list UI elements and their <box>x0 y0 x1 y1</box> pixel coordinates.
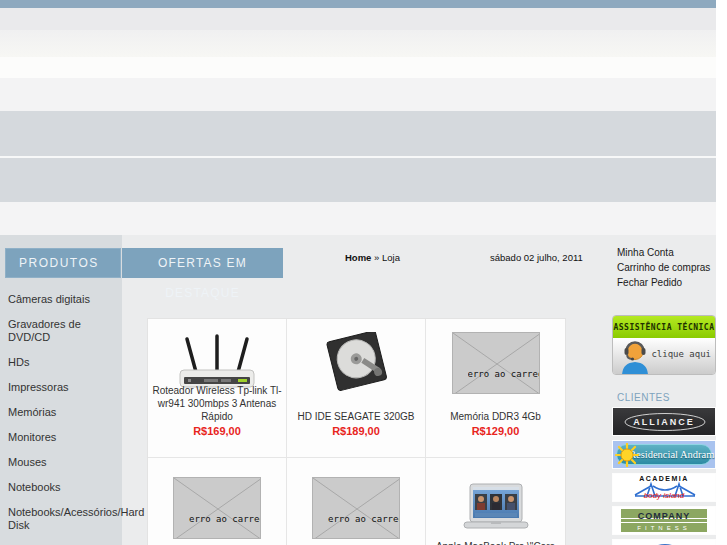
company-logo-text: COMPANY <box>613 511 715 521</box>
body-island-logo-text: body island <box>613 491 715 500</box>
banner-placeholder-top <box>0 111 716 156</box>
storefront-page: PRODUTOS Câmeras digitais Gravadores de … <box>0 0 727 545</box>
client-logo-academia-body-island[interactable]: ACADEMIA body island <box>612 473 716 502</box>
sidebar-item-memorias[interactable]: Memórias <box>0 400 122 425</box>
assistencia-tecnica-banner[interactable]: ASSISTÊNCIA TÉCNICA clique aqui <box>612 315 716 375</box>
client-logo-partial[interactable] <box>612 539 716 545</box>
sidebar-item-monitores[interactable]: Monitores <box>0 425 122 450</box>
content-area: PRODUTOS Câmeras digitais Gravadores de … <box>0 235 716 545</box>
product-card-memoria[interactable]: erro ao carregar Memória DDR3 4Gb R$129,… <box>426 319 565 458</box>
alliance-logo-text: ALLIANCE <box>613 417 715 427</box>
sidebar-item-cameras-digitais[interactable]: Câmeras digitais <box>0 287 122 312</box>
breadcrumb: Home » Loja <box>345 252 400 263</box>
product-card-roteador[interactable]: Roteador Wireless Tp-link Tl-wr941 300mb… <box>148 319 287 458</box>
category-list: Câmeras digitais Gravadores de DVD/CD HD… <box>0 287 122 545</box>
current-date: sábado 02 julho, 2011 <box>490 252 583 263</box>
products-sidebar: PRODUTOS Câmeras digitais Gravadores de … <box>0 235 122 545</box>
fechar-pedido-link[interactable]: Fechar Pedido <box>617 277 710 288</box>
sidebar-item-notebooks[interactable]: Notebooks <box>0 475 122 500</box>
client-logo-residencial-andramar[interactable]: Residencial Andramar <box>612 440 716 469</box>
sidebar-item-gravadores-dvd-cd[interactable]: Gravadores de DVD/CD <box>0 312 122 350</box>
headset-support-icon <box>621 338 649 375</box>
client-logo-alliance[interactable]: ALLIANCE <box>612 407 716 436</box>
broken-image-placeholder: erro ao carregar <box>173 477 261 539</box>
product-title[interactable]: Apple MacBook Pro \"Core Duo\" <box>431 540 561 545</box>
banner-placeholder-bottom <box>0 158 716 202</box>
client-logos: ALLIANCE Residencial Andramar ACADEMIA <box>612 407 716 545</box>
sidebar-item-mouses[interactable]: Mouses <box>0 450 122 475</box>
product-title[interactable]: Roteador Wireless Tp-link Tl-wr941 300mb… <box>152 395 282 423</box>
account-sidebar: Minha Conta Carrinho de compras Fechar P… <box>612 235 716 545</box>
account-links: Minha Conta Carrinho de compras Fechar P… <box>617 247 710 292</box>
broken-image-alt-text: erro ao carregar <box>468 369 539 379</box>
product-card-macbook[interactable]: Apple MacBook Pro \"Core Duo\" <box>426 458 565 545</box>
hard-drive-photo <box>316 331 396 395</box>
header-band <box>0 57 716 78</box>
assistencia-title: ASSISTÊNCIA TÉCNICA <box>613 323 714 332</box>
clique-aqui-label: clique aqui <box>651 349 711 359</box>
sidebar-item-placas-captura-tv[interactable]: Placas de Captura TV <box>0 538 122 545</box>
product-title[interactable]: HD IDE SEAGATE 320GB <box>291 395 421 423</box>
sidebar-item-notebooks-acessorios[interactable]: Notebooks/Acessórios/Hard Disk <box>0 500 122 538</box>
partial-logo-shape <box>613 540 716 545</box>
broken-image-alt-text: erro ao carregar <box>189 514 260 524</box>
client-logo-company-fitness[interactable]: COMPANY FITNESS <box>612 506 716 535</box>
header-band <box>0 30 716 57</box>
header-band <box>0 78 716 111</box>
carrinho-link[interactable]: Carrinho de compras <box>617 262 710 273</box>
company-logo-subtext: FITNESS <box>613 525 715 531</box>
top-accent-bar <box>0 0 716 8</box>
section-title: OFERTAS EM DESTAQUE <box>122 248 283 278</box>
product-price: R$129,00 <box>472 425 520 437</box>
broken-image-placeholder: erro ao carregar <box>452 332 540 394</box>
sun-icon <box>615 443 639 467</box>
sidebar-item-hds[interactable]: HDs <box>0 350 122 375</box>
breadcrumb-current: Loja <box>382 252 400 263</box>
broken-image-placeholder: erro ao carregar <box>312 477 400 539</box>
breadcrumb-separator: » <box>374 252 379 263</box>
header-band <box>0 8 716 30</box>
product-price: R$189,00 <box>332 425 380 437</box>
product-grid: Roteador Wireless Tp-link Tl-wr941 300mb… <box>147 318 566 545</box>
main-offers-section: OFERTAS EM DESTAQUE Home » Loja sábado 0… <box>122 235 612 545</box>
header-spacer <box>0 202 716 235</box>
clients-heading: CLIENTES <box>617 392 670 403</box>
sidebar-title: PRODUTOS <box>5 248 121 278</box>
product-price: R$169,00 <box>193 425 241 437</box>
product-card-hd-seagate[interactable]: HD IDE SEAGATE 320GB R$189,00 <box>287 319 426 458</box>
product-title[interactable]: Memória DDR3 4Gb <box>431 395 561 423</box>
minha-conta-link[interactable]: Minha Conta <box>617 247 710 258</box>
broken-image-alt-text: erro ao carregar <box>328 514 399 524</box>
product-card[interactable]: erro ao carregar <box>287 458 426 545</box>
sidebar-item-impressoras[interactable]: Impressoras <box>0 375 122 400</box>
product-card[interactable]: erro ao carregar <box>148 458 287 545</box>
breadcrumb-home-link[interactable]: Home <box>345 252 371 263</box>
macbook-photo <box>456 478 536 538</box>
